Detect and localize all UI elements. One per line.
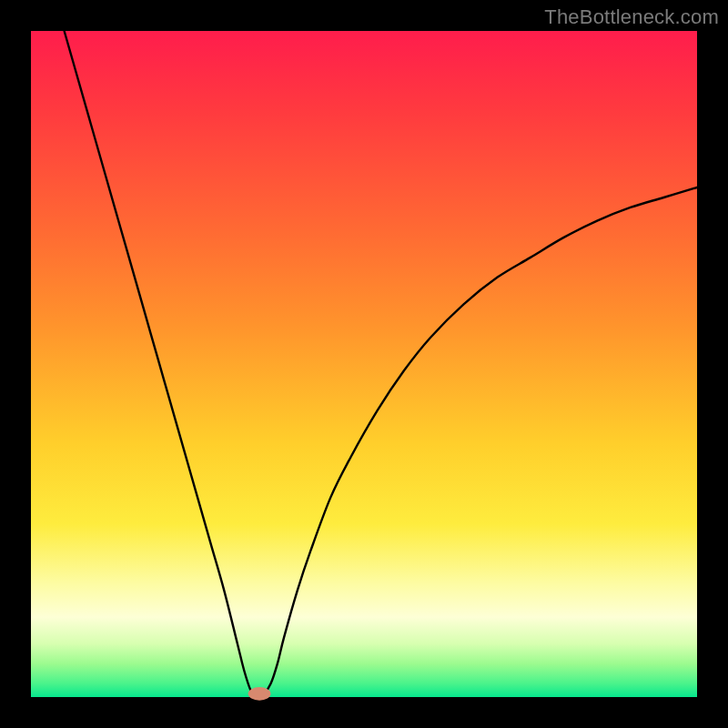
svg-point-0 [248, 687, 271, 701]
bottleneck-curve [31, 31, 697, 697]
watermark-text: TheBottleneck.com [544, 5, 719, 29]
plot-area [31, 31, 697, 697]
chart-frame: TheBottleneck.com [0, 0, 728, 728]
